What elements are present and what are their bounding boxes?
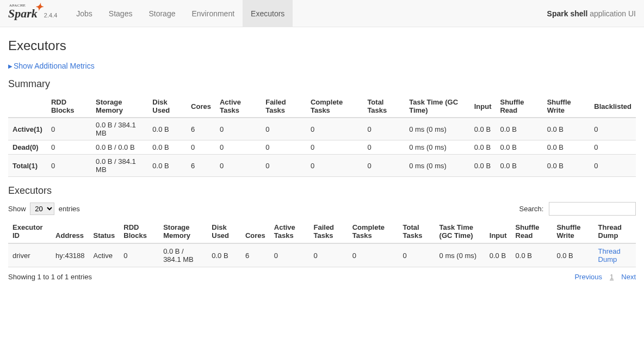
app-name: Spark shell application UI	[547, 9, 636, 18]
executors-header-cell[interactable]: Total Tasks	[399, 220, 435, 243]
summary-header-cell[interactable]: Input	[470, 95, 496, 118]
summary-header-cell[interactable]: Storage Memory	[91, 95, 148, 118]
navbar-brand[interactable]: APACHE Spark ✦ 2.4.4	[8, 7, 57, 21]
summary-header-cell[interactable]: Active Tasks	[215, 95, 261, 118]
thread-dump-link[interactable]: Thread Dump	[598, 247, 621, 264]
summary-cell: 0.0 B / 0.0 B	[91, 140, 148, 155]
executors-cell: 0	[270, 243, 309, 267]
summary-header-cell[interactable]: Disk Used	[148, 95, 187, 118]
summary-cell: 0	[261, 155, 306, 177]
summary-header-cell[interactable]: Task Time (GC Time)	[405, 95, 470, 118]
summary-cell: 0	[261, 118, 306, 140]
nav-link[interactable]: Jobs	[68, 0, 101, 27]
summary-row: Active(1)00.0 B / 384.1 MB0.0 B600000 ms…	[8, 118, 636, 140]
executors-cell: Active	[89, 243, 120, 267]
executors-body: driverhy:43188Active00.0 B / 384.1 MB0.0…	[8, 243, 636, 267]
summary-heading: Summary	[8, 78, 636, 90]
spark-logo: APACHE Spark ✦	[8, 7, 38, 21]
summary-row: Dead(0)00.0 B / 0.0 B0.0 B000000 ms (0 m…	[8, 140, 636, 155]
summary-row-label: Total(1)	[8, 155, 47, 177]
nav-link[interactable]: Stages	[101, 0, 141, 27]
nav-link[interactable]: Environment	[183, 0, 243, 27]
nav-tab-storage[interactable]: Storage	[140, 0, 183, 27]
summary-cell: 0	[261, 140, 306, 155]
executors-header-cell[interactable]: Shuffle Read	[511, 220, 553, 243]
executors-header-cell[interactable]: Thread Dump	[594, 220, 636, 243]
summary-row-label: Dead(0)	[8, 140, 47, 155]
paginate-previous[interactable]: Previous	[574, 273, 602, 281]
search-input[interactable]	[549, 202, 636, 216]
executors-header-cell[interactable]: Status	[89, 220, 120, 243]
executors-cell: 0	[119, 243, 159, 267]
executors-header-cell[interactable]: Failed Tasks	[309, 220, 348, 243]
executors-header-cell[interactable]: Cores	[241, 220, 270, 243]
page-length-select[interactable]: 20	[30, 203, 54, 215]
nav-tab-executors[interactable]: Executors	[243, 0, 293, 27]
summary-row: Total(1)00.0 B / 384.1 MB0.0 B600000 ms …	[8, 155, 636, 177]
executors-header-cell[interactable]: Storage Memory	[159, 220, 207, 243]
summary-cell: 0	[47, 118, 91, 140]
summary-header-cell[interactable]: Complete Tasks	[306, 95, 363, 118]
executors-header-cell[interactable]: Input	[485, 220, 511, 243]
summary-cell: 0.0 B	[543, 155, 590, 177]
summary-header-cell[interactable]: Blacklisted	[590, 95, 636, 118]
executors-cell: 0.0 B	[485, 243, 511, 267]
nav-tab-environment[interactable]: Environment	[183, 0, 243, 27]
paginate-next[interactable]: Next	[621, 273, 636, 281]
executors-cell: 0	[309, 243, 348, 267]
executors-cell: 0 ms (0 ms)	[435, 243, 485, 267]
nav-tabs: Jobs Stages Storage Environment Executor…	[68, 0, 293, 27]
summary-cell: 0 ms (0 ms)	[405, 118, 470, 140]
paginate-current-page[interactable]: 1	[610, 273, 614, 281]
nav-link[interactable]: Executors	[243, 0, 293, 27]
executors-header-cell[interactable]: Address	[51, 220, 89, 243]
version-label: 2.4.4	[44, 12, 57, 19]
executors-header-cell[interactable]: Task Time (GC Time)	[435, 220, 485, 243]
summary-cell: 0	[363, 155, 405, 177]
executors-cell: Thread Dump	[594, 243, 636, 267]
show-additional-metrics-link[interactable]: ▶ Show Additional Metrics	[8, 62, 636, 70]
executors-table: Executor IDAddressStatusRDD BlocksStorag…	[8, 220, 636, 267]
summary-header-cell[interactable]: Shuffle Write	[543, 95, 590, 118]
summary-cell: 0 ms (0 ms)	[405, 140, 470, 155]
nav-link[interactable]: Storage	[140, 0, 183, 27]
summary-cell: 0	[590, 118, 636, 140]
app-name-rest: application UI	[590, 9, 636, 18]
nav-tab-stages[interactable]: Stages	[101, 0, 141, 27]
datatable-info: Showing 1 to 1 of 1 entries	[8, 273, 92, 281]
summary-cell: 0.0 B	[543, 118, 590, 140]
page-title: Executors	[8, 38, 636, 53]
summary-cell: 0	[306, 118, 363, 140]
summary-cell: 0.0 B	[470, 140, 496, 155]
nav-tab-jobs[interactable]: Jobs	[68, 0, 101, 27]
executors-header-cell[interactable]: Shuffle Write	[552, 220, 593, 243]
executors-cell: 0.0 B	[511, 243, 553, 267]
executors-header-cell[interactable]: Executor ID	[8, 220, 51, 243]
summary-row-label: Active(1)	[8, 118, 47, 140]
spark-star-icon: ✦	[35, 1, 43, 13]
summary-header-cell[interactable]: Total Tasks	[363, 95, 405, 118]
executors-header-cell[interactable]: Active Tasks	[270, 220, 309, 243]
summary-cell: 0.0 B	[148, 155, 187, 177]
summary-header-cell[interactable]: Cores	[187, 95, 215, 118]
executors-header-cell[interactable]: RDD Blocks	[119, 220, 159, 243]
executors-cell: hy:43188	[51, 243, 89, 267]
summary-header-cell[interactable]: Failed Tasks	[261, 95, 306, 118]
executors-cell: 0	[348, 243, 399, 267]
datatable-footer: Showing 1 to 1 of 1 entries Previous 1 N…	[8, 273, 636, 281]
summary-cell: 0.0 B	[496, 140, 542, 155]
summary-table: RDD BlocksStorage MemoryDisk UsedCoresAc…	[8, 95, 636, 177]
summary-cell: 0.0 B	[496, 155, 542, 177]
summary-header-cell[interactable]: Shuffle Read	[496, 95, 542, 118]
summary-cell: 0	[590, 140, 636, 155]
executors-cell: 0.0 B / 384.1 MB	[159, 243, 207, 267]
summary-header-cell[interactable]	[8, 95, 47, 118]
summary-header-cell[interactable]: RDD Blocks	[47, 95, 91, 118]
summary-cell: 0.0 B	[148, 118, 187, 140]
executors-header-cell[interactable]: Complete Tasks	[348, 220, 399, 243]
search-label: Search:	[519, 205, 544, 213]
summary-cell: 0	[47, 140, 91, 155]
summary-cell: 0.0 B	[470, 155, 496, 177]
executors-header-cell[interactable]: Disk Used	[207, 220, 241, 243]
executors-cell: 0	[399, 243, 435, 267]
